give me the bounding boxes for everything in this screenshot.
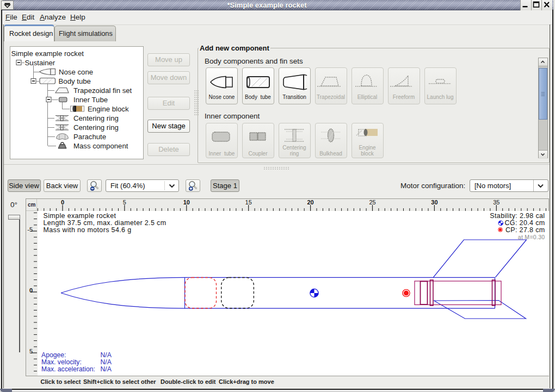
- svg-text:Mass with no motors 54.6 g: Mass with no motors 54.6 g: [43, 226, 131, 234]
- svg-text:N/A: N/A: [100, 365, 112, 373]
- svg-text:Max. velocity:: Max. velocity:: [41, 358, 82, 366]
- svg-text:10: 10: [183, 199, 190, 206]
- svg-text:25: 25: [369, 199, 375, 206]
- svg-text:Centering ring: Centering ring: [73, 123, 119, 132]
- svg-text:30: 30: [431, 199, 437, 206]
- svg-text:-5: -5: [27, 226, 33, 233]
- svg-text:5: 5: [29, 348, 33, 354]
- svg-text:Simple example rocket: Simple example rocket: [11, 49, 84, 58]
- svg-text:15: 15: [245, 199, 252, 206]
- svg-text:5: 5: [123, 199, 126, 206]
- svg-text:Simple example rocket: Simple example rocket: [43, 212, 116, 220]
- svg-text:Apogee:: Apogee:: [41, 351, 66, 359]
- svg-text:Length 37.5 cm, max. diameter: Length 37.5 cm, max. diameter 2.5 cm: [43, 219, 166, 227]
- svg-text:0: 0: [61, 199, 64, 206]
- svg-text:Centering ring: Centering ring: [73, 114, 119, 122]
- svg-text:at M=0.30: at M=0.30: [517, 234, 545, 240]
- svg-text:Max. acceleration:: Max. acceleration:: [41, 365, 95, 373]
- svg-text:Stability: 2.98 cal: Stability: 2.98 cal: [490, 212, 545, 220]
- svg-text:35: 35: [493, 199, 499, 206]
- svg-text:Inner Tube: Inner Tube: [73, 96, 108, 104]
- svg-text:Body tube: Body tube: [59, 77, 91, 85]
- svg-text:CG: 20.4 cm: CG: 20.4 cm: [504, 219, 545, 227]
- svg-text:Parachute: Parachute: [73, 133, 106, 141]
- svg-text:Sustainer: Sustainer: [25, 59, 55, 67]
- svg-text:N/A: N/A: [100, 351, 112, 359]
- svg-text:N/A: N/A: [100, 358, 112, 366]
- svg-text:20: 20: [307, 199, 313, 206]
- svg-text:Engine block: Engine block: [88, 105, 129, 113]
- svg-text:0: 0: [29, 287, 33, 294]
- svg-text:Nose cone: Nose cone: [59, 68, 93, 76]
- svg-text:Trapezoidal fin set: Trapezoidal fin set: [73, 86, 132, 95]
- svg-text:Mass component: Mass component: [73, 142, 128, 150]
- svg-text:CP: 27.8 cm: CP: 27.8 cm: [505, 226, 545, 234]
